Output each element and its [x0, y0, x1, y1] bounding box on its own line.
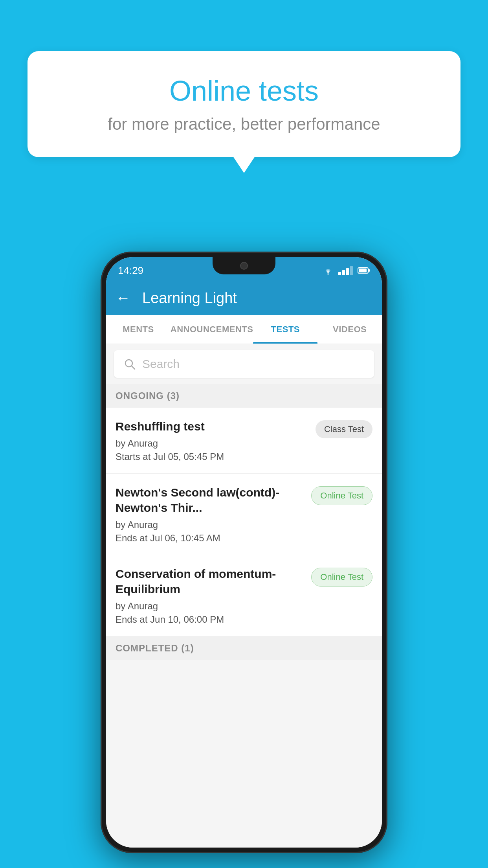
test-item-reshuffling[interactable]: Reshuffling test by Anurag Starts at Jul…: [106, 408, 382, 474]
test-name-3: Conservation of momentum-Equilibrium: [116, 566, 303, 597]
app-title: Learning Light: [142, 290, 237, 307]
tab-announcements[interactable]: ANNOUNCEMENTS: [171, 315, 253, 344]
svg-rect-3: [359, 268, 367, 272]
screen-content[interactable]: MENTS ANNOUNCEMENTS TESTS VIDEOS: [106, 315, 382, 848]
signal-icon: [338, 266, 353, 275]
test-name-1: Reshuffling test: [116, 419, 308, 434]
phone-frame: 14:29: [101, 252, 387, 853]
app-bar: ← Learning Light: [106, 281, 382, 315]
wifi-icon: [323, 266, 334, 275]
ongoing-label: ONGOING (3): [116, 390, 180, 401]
svg-point-0: [327, 273, 329, 275]
back-button[interactable]: ←: [116, 291, 130, 305]
test-badge-1: Class Test: [316, 420, 372, 438]
phone-screen: 14:29: [106, 257, 382, 848]
test-item-conservation[interactable]: Conservation of momentum-Equilibrium by …: [106, 555, 382, 636]
phone-device: 14:29: [101, 252, 387, 853]
tabs-bar: MENTS ANNOUNCEMENTS TESTS VIDEOS: [106, 315, 382, 344]
test-author-3: by Anurag: [116, 601, 303, 612]
search-icon: [123, 358, 136, 370]
test-author-1: by Anurag: [116, 438, 308, 449]
search-container: Search: [106, 344, 382, 384]
tab-videos[interactable]: VIDEOS: [317, 315, 382, 344]
completed-section-header: COMPLETED (1): [106, 636, 382, 660]
tab-ments[interactable]: MENTS: [106, 315, 171, 344]
svg-line-5: [132, 366, 135, 369]
test-time-3: Ends at Jun 10, 06:00 PM: [116, 614, 303, 625]
speech-bubble: Online tests for more practice, better p…: [28, 51, 460, 157]
speech-bubble-area: Online tests for more practice, better p…: [28, 51, 460, 157]
test-name-2: Newton's Second law(contd)-Newton's Thir…: [116, 485, 303, 515]
test-badge-3: Online Test: [311, 568, 372, 587]
test-author-2: by Anurag: [116, 519, 303, 530]
svg-rect-2: [368, 269, 370, 272]
ongoing-section-header: ONGOING (3): [106, 384, 382, 408]
test-info-1: Reshuffling test by Anurag Starts at Jul…: [116, 419, 308, 462]
bubble-subtitle: for more practice, better performance: [59, 115, 429, 134]
status-time: 14:29: [118, 265, 143, 277]
completed-label: COMPLETED (1): [116, 643, 194, 653]
test-item-newton[interactable]: Newton's Second law(contd)-Newton's Thir…: [106, 474, 382, 555]
test-info-2: Newton's Second law(contd)-Newton's Thir…: [116, 485, 303, 544]
search-placeholder-text: Search: [142, 357, 180, 371]
status-icons: [323, 266, 370, 275]
phone-notch: [213, 257, 275, 274]
search-box[interactable]: Search: [114, 350, 374, 378]
battery-icon: [358, 267, 370, 274]
test-time-1: Starts at Jul 05, 05:45 PM: [116, 451, 308, 462]
test-list: Reshuffling test by Anurag Starts at Jul…: [106, 408, 382, 636]
bubble-title: Online tests: [59, 75, 429, 107]
camera-dot: [240, 262, 248, 270]
test-badge-2: Online Test: [311, 486, 372, 505]
tab-tests[interactable]: TESTS: [253, 315, 317, 344]
test-time-2: Ends at Jul 06, 10:45 AM: [116, 533, 303, 544]
test-info-3: Conservation of momentum-Equilibrium by …: [116, 566, 303, 625]
